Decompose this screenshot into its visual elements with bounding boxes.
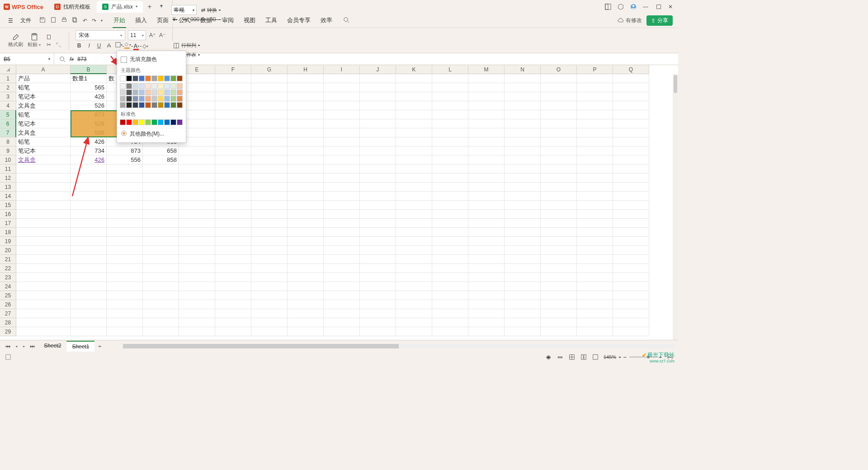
cell-P16[interactable] — [577, 210, 613, 219]
cell-Q16[interactable] — [613, 210, 649, 219]
cell-I7[interactable] — [324, 128, 360, 137]
cell-I28[interactable] — [324, 318, 360, 327]
cell-L15[interactable] — [432, 201, 468, 210]
cell-G12[interactable] — [251, 174, 288, 183]
cell-L4[interactable] — [432, 101, 468, 110]
cell-N6[interactable] — [505, 119, 541, 128]
color-swatch[interactable] — [170, 75, 176, 81]
changes-indicator[interactable]: 有修改 — [618, 17, 642, 24]
cell-J27[interactable] — [360, 309, 396, 318]
vertical-scrollbar[interactable] — [673, 74, 678, 340]
cell-I26[interactable] — [324, 300, 360, 309]
color-swatch[interactable] — [132, 83, 138, 89]
cell-F2[interactable] — [215, 83, 251, 92]
color-swatch[interactable] — [139, 102, 145, 108]
cell-Q12[interactable] — [613, 174, 649, 183]
cell-J13[interactable] — [360, 183, 396, 192]
cell-Q26[interactable] — [613, 300, 649, 309]
cell-H5[interactable] — [288, 110, 324, 119]
cell-J28[interactable] — [360, 318, 396, 327]
cell-A27[interactable] — [16, 309, 71, 318]
cell-N20[interactable] — [505, 246, 541, 255]
color-swatch[interactable] — [145, 83, 151, 89]
cell-M6[interactable] — [468, 119, 505, 128]
cell-K24[interactable] — [396, 282, 432, 291]
normal-view-icon[interactable] — [568, 353, 576, 361]
cell-H13[interactable] — [288, 183, 324, 192]
underline-button[interactable]: U — [95, 42, 103, 49]
row-header-29[interactable]: 29 — [0, 327, 16, 336]
cell-L5[interactable] — [432, 110, 468, 119]
cell-J4[interactable] — [360, 101, 396, 110]
cell-F5[interactable] — [215, 110, 251, 119]
cell-N7[interactable] — [505, 128, 541, 137]
color-swatch[interactable] — [158, 75, 164, 81]
status-area-icon[interactable] — [5, 353, 12, 361]
cell-E19[interactable] — [179, 237, 215, 246]
cell-B26[interactable] — [71, 300, 107, 309]
cell-J3[interactable] — [360, 92, 396, 101]
cell-M11[interactable] — [468, 164, 505, 174]
cell-M14[interactable] — [468, 192, 505, 201]
cell-O14[interactable] — [541, 192, 577, 201]
cell-D12[interactable] — [143, 174, 179, 183]
cell-D23[interactable] — [143, 273, 179, 282]
cell-G27[interactable] — [251, 309, 288, 318]
sheet-nav-first[interactable]: ⏮ — [4, 343, 12, 350]
cell-Q19[interactable] — [613, 237, 649, 246]
cell-O9[interactable] — [541, 146, 577, 155]
cell-C21[interactable] — [107, 255, 143, 264]
row-header-19[interactable]: 19 — [0, 237, 16, 246]
cell-I11[interactable] — [324, 164, 360, 174]
cell-N24[interactable] — [505, 282, 541, 291]
italic-button[interactable]: I — [85, 42, 93, 49]
eye-icon[interactable]: ◉ — [545, 353, 552, 361]
cell-M15[interactable] — [468, 201, 505, 210]
zoom-out-button[interactable]: − — [623, 354, 626, 360]
cell-J2[interactable] — [360, 83, 396, 92]
reading-mode-icon[interactable]: ▭ — [557, 353, 564, 361]
cell-Q10[interactable] — [613, 155, 649, 164]
color-swatch[interactable] — [139, 119, 145, 125]
cell-D9[interactable]: 658 — [143, 146, 179, 155]
cell-B28[interactable] — [71, 318, 107, 327]
cell-F29[interactable] — [215, 327, 251, 336]
color-swatch[interactable] — [151, 119, 157, 125]
strike-button[interactable]: A — [105, 42, 113, 49]
tab-menu-button[interactable]: ▾ — [156, 1, 166, 13]
tab-document[interactable]: S 产品.xlsx • — [97, 1, 143, 13]
cell-A13[interactable] — [16, 183, 71, 192]
add-sheet-button[interactable]: + — [96, 343, 103, 350]
row-col-button[interactable]: 行和列▾ — [171, 41, 248, 50]
cell-Q22[interactable] — [613, 264, 649, 273]
color-swatch[interactable] — [132, 119, 138, 125]
row-header-7[interactable]: 7 — [0, 128, 16, 137]
cell-P15[interactable] — [577, 201, 613, 210]
cell-B10[interactable]: 426 — [71, 155, 107, 164]
color-swatch[interactable] — [177, 83, 183, 89]
cell-K20[interactable] — [396, 246, 432, 255]
select-all-corner[interactable] — [0, 65, 16, 74]
cell-A4[interactable]: 文具盒 — [16, 101, 71, 110]
fill-color-dropdown-icon[interactable]: ▾ — [129, 43, 131, 47]
color-swatch[interactable] — [170, 119, 176, 125]
cell-M3[interactable] — [468, 92, 505, 101]
cell-O2[interactable] — [541, 83, 577, 92]
cell-N25[interactable] — [505, 291, 541, 300]
cell-L14[interactable] — [432, 192, 468, 201]
cell-M8[interactable] — [468, 137, 505, 146]
row-header-16[interactable]: 16 — [0, 210, 16, 219]
cell-A22[interactable] — [16, 264, 71, 273]
zoom-value[interactable]: 145% — [604, 354, 616, 360]
sheet-nav-last[interactable]: ⏭ — [28, 343, 37, 350]
cell-P20[interactable] — [577, 246, 613, 255]
cell-N11[interactable] — [505, 164, 541, 174]
cell-P13[interactable] — [577, 183, 613, 192]
cell-M18[interactable] — [468, 228, 505, 237]
cell-F6[interactable] — [215, 119, 251, 128]
cell-M9[interactable] — [468, 146, 505, 155]
increase-decimal-icon[interactable]: .00→ — [211, 16, 218, 23]
col-header-L[interactable]: L — [432, 65, 468, 74]
col-header-F[interactable]: F — [215, 65, 251, 74]
comma-icon[interactable]: 000 — [191, 16, 198, 23]
